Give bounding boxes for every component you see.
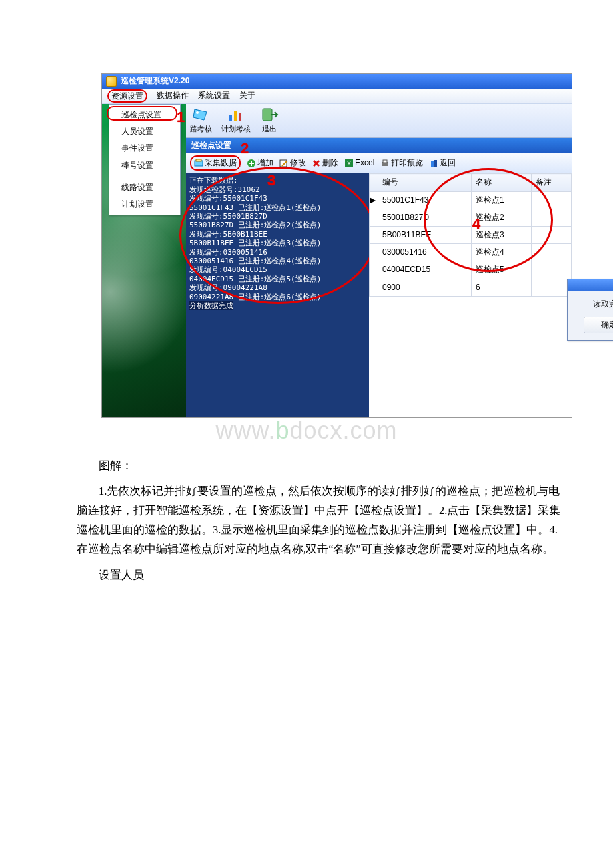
tb-exit[interactable]: 退出 — [259, 107, 280, 135]
window-title: 巡检管理系统V2.20 — [121, 75, 189, 87]
svg-rect-4 — [239, 113, 241, 121]
cell-remark[interactable] — [532, 226, 572, 243]
row-pointer — [370, 209, 378, 226]
table-row[interactable]: 0300051416巡检点4 — [370, 244, 572, 261]
main-panel: 路考核 计划考核 退出 巡检点设置 2 — [186, 104, 572, 417]
app-window: 巡检管理系统V2.20 资源设置 数据操作 系统设置 关于 巡检点设置 人员设置… — [101, 73, 572, 418]
cell-no[interactable]: 5B00B11BEE — [378, 226, 472, 243]
svg-text:X: X — [347, 160, 351, 167]
modal-read-complete: ✕ 读取完成 确定 — [567, 279, 613, 340]
document-body: 图解： 1.先依次标记并排好要设置的巡检点，然后依次按顺序的读好排列好的巡检点；… — [77, 457, 563, 585]
app-icon — [106, 76, 117, 87]
print-icon — [380, 159, 390, 168]
cell-no[interactable]: 55001B827D — [378, 209, 472, 226]
annotation-3: 3 — [267, 172, 275, 190]
cell-name[interactable]: 6 — [471, 279, 531, 296]
collect-icon — [194, 159, 203, 168]
row-pointer — [370, 279, 378, 296]
cell-remark[interactable] — [532, 261, 572, 279]
svg-rect-13 — [383, 160, 387, 163]
col-name[interactable]: 名称 — [471, 174, 531, 191]
cell-remark[interactable] — [532, 209, 572, 226]
menu-syssetting[interactable]: 系统设置 — [198, 89, 230, 102]
dd-personnel-setting[interactable]: 人员设置 — [109, 123, 180, 140]
svg-rect-15 — [434, 160, 437, 167]
svg-rect-2 — [229, 115, 232, 121]
svg-rect-9 — [280, 160, 287, 167]
chart-icon — [227, 107, 245, 123]
cell-name[interactable]: 巡检点1 — [471, 191, 531, 209]
sidebar: 巡检点设置 人员设置 事件设置 棒号设置 线路设置 计划设置 1 — [102, 104, 186, 417]
dd-wand-setting[interactable]: 棒号设置 — [109, 157, 180, 174]
menubar: 资源设置 数据操作 系统设置 关于 — [102, 89, 572, 104]
cell-remark[interactable] — [532, 244, 572, 261]
exit-icon — [260, 107, 279, 123]
cell-no[interactable]: 04004ECD15 — [378, 261, 472, 279]
modal-titlebar: ✕ — [568, 279, 613, 291]
btn-add[interactable]: 增加 — [247, 157, 273, 169]
btn-excel[interactable]: X Excel — [344, 157, 374, 169]
modal-text: 读取完成 — [568, 298, 613, 311]
tb-plan-assess[interactable]: 计划考核 — [220, 107, 252, 135]
tb-route-assess[interactable]: 路考核 — [189, 107, 213, 135]
table-row[interactable]: 55001B827D巡检点2 — [370, 209, 572, 226]
cell-no[interactable]: 55001C1F43 — [378, 191, 472, 209]
resource-dropdown: 巡检点设置 人员设置 事件设置 棒号设置 线路设置 计划设置 — [109, 104, 181, 215]
row-pointer — [370, 261, 378, 279]
btn-edit[interactable]: 修改 — [279, 157, 306, 169]
table-row[interactable]: 04004ECD15巡检点5 — [370, 261, 572, 279]
log-panel: 正在下载数据: 发现巡检器号:31062 发现编号:55001C1F43 550… — [186, 173, 369, 417]
dd-checkpoint-setting[interactable]: 巡检点设置 — [109, 107, 180, 123]
dd-plan-setting[interactable]: 计划设置 — [109, 196, 180, 213]
titlebar: 巡检管理系统V2.20 — [102, 74, 572, 89]
svg-rect-7 — [196, 159, 201, 161]
table-row[interactable]: ▶55001C1F43巡检点1 — [370, 191, 572, 209]
cell-name[interactable]: 巡检点4 — [471, 244, 531, 261]
menu-about[interactable]: 关于 — [239, 89, 255, 102]
row-pointer — [370, 226, 378, 243]
checkpoint-table: 编号 名称 备注 ▶55001C1F43巡检点155001B827D巡检点25B… — [369, 173, 572, 296]
annotation-4: 4 — [472, 212, 480, 235]
table-row[interactable]: 09006 — [370, 279, 572, 296]
doc-paragraph-2: 设置人员 — [77, 566, 563, 585]
main-toolbar: 路考核 计划考核 退出 — [186, 104, 572, 138]
cell-no[interactable]: 0300051416 — [378, 244, 472, 261]
edit-icon — [279, 159, 289, 168]
delete-icon — [312, 159, 321, 168]
cell-remark[interactable] — [532, 279, 572, 296]
svg-rect-3 — [234, 111, 237, 121]
back-icon — [429, 159, 438, 168]
modal-ok-button[interactable]: 确定 — [584, 317, 613, 333]
menu-data-op[interactable]: 数据操作 — [157, 89, 189, 102]
table-row[interactable]: 5B00B11BEE巡检点3 — [370, 226, 572, 243]
doc-paragraph-1: 1.先依次标记并排好要设置的巡检点，然后依次按顺序的读好排列好的巡检点；把巡检机… — [77, 482, 563, 559]
btn-print-preview[interactable]: 打印预览 — [380, 157, 423, 169]
cell-remark[interactable] — [532, 191, 572, 209]
tool-icon — [192, 107, 211, 123]
grid-panel: 编号 名称 备注 ▶55001C1F43巡检点155001B827D巡检点25B… — [369, 173, 572, 417]
panel-title: 巡检点设置 2 — [186, 138, 572, 153]
cell-no[interactable]: 0900 — [378, 279, 472, 296]
svg-rect-14 — [431, 161, 434, 167]
menu-resource[interactable]: 资源设置 — [107, 89, 147, 103]
annotation-2: 2 — [241, 137, 249, 160]
btn-back[interactable]: 返回 — [429, 157, 456, 169]
cell-name[interactable]: 巡检点5 — [471, 261, 531, 279]
dd-event-setting[interactable]: 事件设置 — [109, 140, 180, 157]
col-no[interactable]: 编号 — [378, 174, 472, 191]
doc-caption: 图解： — [77, 457, 563, 476]
row-pointer-header — [370, 174, 378, 191]
btn-collect-data[interactable]: 采集数据 — [190, 155, 241, 171]
row-pointer — [370, 244, 378, 261]
row-pointer: ▶ — [370, 191, 378, 209]
btn-delete[interactable]: 删除 — [312, 157, 338, 169]
svg-rect-5 — [263, 109, 272, 121]
annotation-1: 1 — [177, 105, 185, 129]
excel-icon: X — [344, 159, 354, 168]
dd-route-setting[interactable]: 线路设置 — [109, 177, 180, 196]
svg-marker-0 — [193, 109, 207, 120]
svg-point-1 — [196, 111, 199, 114]
panels-row: 正在下载数据: 发现巡检器号:31062 发现编号:55001C1F43 550… — [186, 173, 572, 417]
col-remark[interactable]: 备注 — [532, 174, 572, 191]
